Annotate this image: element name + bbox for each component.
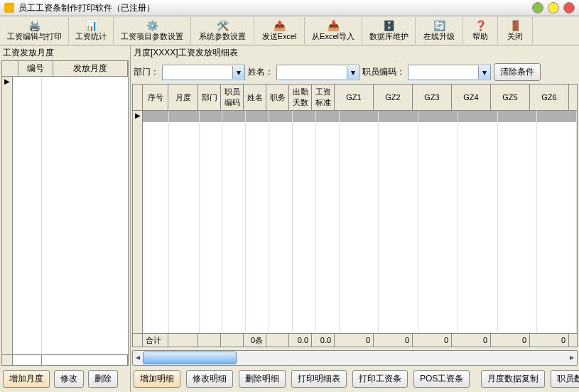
col-header-工资标准[interactable]: 工资标准 [312, 85, 335, 110]
btn-职员数据复制[interactable]: 职员数据复制 [551, 370, 579, 388]
dropdown-arrow-icon[interactable]: ▾ [232, 66, 244, 79]
toolbar-icon: 📊 [85, 20, 97, 31]
sum-cell [221, 334, 244, 347]
sum-cell [266, 334, 289, 347]
app-icon [4, 3, 14, 13]
toolbar-label: 工资编辑与打印 [7, 31, 62, 42]
scroll-left-arrow-icon[interactable]: ◂ [133, 351, 143, 364]
maximize-button[interactable] [548, 2, 559, 13]
month-grid-header: 编号 发放月度 [2, 61, 128, 77]
left-buttons: 增加月度 修改 删除 [0, 366, 130, 392]
row-indicator-header [133, 85, 143, 110]
dept-input[interactable] [163, 66, 232, 79]
col-header-GZ3[interactable]: GZ3 [413, 85, 452, 110]
col-num-header[interactable]: 编号 [18, 61, 53, 76]
toolbar-label: 发送Excel [262, 31, 297, 42]
empno-input[interactable] [408, 66, 478, 79]
toolbar-icon: ❓ [475, 20, 486, 31]
col-header-序号[interactable]: 序号 [143, 85, 168, 110]
col-header-姓名[interactable]: 姓名 [244, 85, 266, 110]
app-window: 员工工资条制作打印软件（已注册） 🖨️工资编辑与打印📊工资统计⚙️工资项目参数设… [0, 0, 579, 392]
toolbar-工资统计[interactable]: 📊工资统计 [69, 17, 114, 44]
scroll-right-arrow-icon[interactable]: ▸ [567, 351, 577, 364]
window-title: 员工工资条制作打印软件（已注册） [18, 2, 532, 14]
detail-grid-body[interactable]: ▶ [133, 111, 577, 333]
filter-bar: 部门： ▾ 姓名： ▾ 职员编码： ▾ 清除条件 [131, 60, 579, 84]
name-input[interactable] [277, 66, 347, 79]
month-grid[interactable]: 编号 发放月度 ▶ [1, 60, 129, 366]
sum-cell: 0 [452, 334, 491, 347]
col-month-header[interactable]: 发放月度 [53, 61, 128, 76]
toolbar-帮助[interactable]: ❓帮助 [463, 17, 498, 44]
sum-cell: 0 [413, 334, 452, 347]
dept-combo[interactable]: ▾ [162, 65, 245, 80]
toolbar-在线升级[interactable]: 🔄在线升级 [416, 17, 463, 44]
name-combo[interactable]: ▾ [276, 65, 359, 80]
btn-打印工资条[interactable]: 打印工资条 [352, 370, 408, 388]
right-title: 月度[XXXX]工资发放明细表 [131, 45, 579, 60]
toolbar-label: 数据库维护 [369, 31, 408, 42]
sum-cell: 0 [491, 334, 530, 347]
window-buttons [532, 2, 575, 13]
toolbar-label: 系统参数设置 [199, 31, 246, 42]
empno-combo[interactable]: ▾ [408, 65, 491, 80]
minimize-button[interactable] [532, 2, 543, 13]
toolbar-icon: 🚪 [509, 20, 521, 31]
month-grid-footer [2, 354, 128, 365]
sum-cell: 0 [335, 334, 374, 347]
col-header-GZ5[interactable]: GZ5 [491, 85, 530, 110]
dropdown-arrow-icon[interactable]: ▾ [347, 66, 359, 79]
scrollbar-thumb[interactable] [143, 352, 237, 364]
btn-修改明细[interactable]: 修改明细 [186, 370, 233, 388]
toolbar-发送Excel[interactable]: 📤发送Excel [254, 17, 305, 44]
col-month-body [42, 77, 128, 354]
btn-打印明细表[interactable]: 打印明细表 [291, 370, 347, 388]
detail-grid[interactable]: 序号月度部门职员编码姓名职务出勤天数工资标准GZ1GZ2GZ3GZ4GZ5GZ6… [132, 84, 578, 347]
detail-grid-header: 序号月度部门职员编码姓名职务出勤天数工资标准GZ1GZ2GZ3GZ4GZ5GZ6 [133, 85, 577, 111]
sum-cell: 合计 [143, 334, 168, 347]
col-header-GZ6[interactable]: GZ6 [530, 85, 569, 110]
col-header-职务[interactable]: 职务 [266, 85, 289, 110]
left-panel: 工资发放月度 编号 发放月度 ▶ 增加月度 修改 删除 [0, 45, 131, 392]
btn-增加明细[interactable]: 增加明细 [134, 370, 180, 388]
sum-cell [133, 334, 143, 347]
col-header-职员编码[interactable]: 职员编码 [221, 85, 244, 110]
col-header-月度[interactable]: 月度 [168, 85, 198, 110]
cursor-arrow-icon: ▶ [135, 112, 141, 119]
row-cursor: ▶ [133, 111, 143, 333]
month-grid-body[interactable]: ▶ [2, 77, 128, 354]
btn-POS工资条[interactable]: POS工资条 [413, 370, 470, 388]
title-bar[interactable]: 员工工资条制作打印软件（已注册） [0, 0, 579, 16]
close-button[interactable] [563, 2, 575, 13]
main-toolbar: 🖨️工资编辑与打印📊工资统计⚙️工资项目参数设置🛠️系统参数设置📤发送Excel… [0, 16, 579, 45]
toolbar-label: 从Excel导入 [312, 31, 355, 42]
toolbar-icon: 🖨️ [28, 20, 40, 31]
clear-filter-button[interactable]: 清除条件 [494, 63, 541, 81]
grid-column-lines [143, 111, 577, 333]
sum-cell: 0 [374, 334, 413, 347]
toolbar-工资编辑与打印[interactable]: 🖨️工资编辑与打印 [0, 17, 69, 44]
toolbar-关闭[interactable]: 🚪关闭 [498, 17, 533, 44]
main-body: 工资发放月度 编号 发放月度 ▶ 增加月度 修改 删除 [0, 45, 579, 392]
btn-月度数据复制[interactable]: 月度数据复制 [481, 370, 545, 388]
toolbar-系统参数设置[interactable]: 🛠️系统参数设置 [191, 17, 254, 44]
toolbar-工资项目参数设置[interactable]: ⚙️工资项目参数设置 [114, 17, 191, 44]
col-header-部门[interactable]: 部门 [198, 85, 221, 110]
col-header-GZ1[interactable]: GZ1 [335, 85, 374, 110]
horizontal-scrollbar[interactable]: ◂ ▸ [132, 350, 578, 366]
col-header-出勤天数[interactable]: 出勤天数 [289, 85, 312, 110]
row-indicator-header [2, 61, 18, 76]
dropdown-arrow-icon[interactable]: ▾ [478, 66, 490, 79]
col-header-GZ4[interactable]: GZ4 [452, 85, 491, 110]
toolbar-icon: 🗄️ [383, 20, 394, 31]
edit-month-button[interactable]: 修改 [54, 370, 84, 388]
btn-删除明细[interactable]: 删除明细 [239, 370, 286, 388]
toolbar-数据库维护[interactable]: 🗄️数据库维护 [362, 17, 416, 44]
row-cursor: ▶ [2, 77, 13, 354]
toolbar-从Excel导入[interactable]: 📥从Excel导入 [305, 17, 362, 44]
empno-label: 职员编码： [362, 66, 405, 78]
add-month-button[interactable]: 增加月度 [3, 370, 50, 388]
col-num-body [13, 77, 42, 354]
delete-month-button[interactable]: 删除 [88, 370, 118, 388]
col-header-GZ2[interactable]: GZ2 [374, 85, 413, 110]
